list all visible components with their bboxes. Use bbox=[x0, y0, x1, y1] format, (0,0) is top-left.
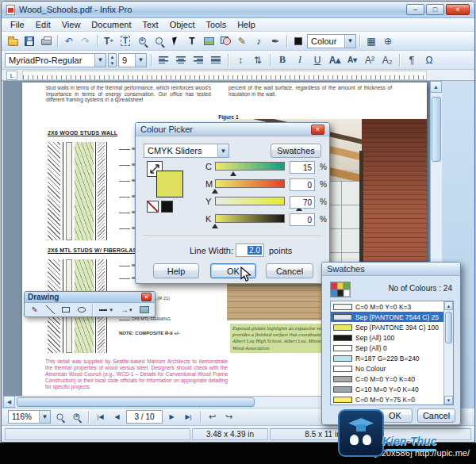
select-tool-icon[interactable] bbox=[167, 33, 183, 49]
align-left-icon[interactable] bbox=[155, 52, 171, 68]
drawing-toolbar-titlebar[interactable]: Drawing × bbox=[25, 292, 155, 303]
previous-page-button[interactable]: ◀ bbox=[109, 410, 125, 424]
magenta-value-field[interactable]: 0 bbox=[290, 178, 315, 191]
swatch-row[interactable]: No Colour bbox=[331, 363, 443, 374]
slider-marker-icon[interactable] bbox=[230, 171, 236, 176]
black-slider[interactable] bbox=[215, 214, 285, 223]
superscript-icon[interactable]: A² bbox=[362, 52, 378, 68]
black-value-field[interactable]: 0 bbox=[290, 213, 315, 226]
close-icon[interactable]: × bbox=[311, 125, 324, 135]
align-center-icon[interactable] bbox=[173, 52, 189, 68]
scroll-up-icon[interactable]: ▲ bbox=[444, 301, 453, 310]
stamp-image-icon[interactable] bbox=[137, 304, 152, 316]
yellow-value-field[interactable]: 70 bbox=[290, 196, 315, 209]
menu-help[interactable]: Help bbox=[232, 19, 261, 30]
next-view-button[interactable]: ↪ bbox=[221, 410, 236, 424]
black-colour-icon[interactable] bbox=[161, 201, 173, 213]
cancel-button[interactable]: Cancel bbox=[266, 263, 313, 278]
rectangle-tool-icon[interactable] bbox=[59, 304, 73, 316]
zoom-out-button[interactable] bbox=[52, 410, 67, 424]
note-tool-icon[interactable]: ♪ bbox=[251, 33, 267, 49]
swatch-row[interactable]: C=0 M=0 Y=0 K=40 bbox=[331, 374, 443, 384]
swatches-titlebar[interactable]: Swatches bbox=[322, 263, 460, 276]
arrow-style-dropdown[interactable]: →▼ bbox=[117, 304, 136, 316]
swatch-scroll-thumb[interactable] bbox=[445, 312, 452, 343]
swatches-button[interactable]: Swatches bbox=[271, 144, 321, 158]
zoom-tool-icon[interactable] bbox=[151, 33, 167, 49]
last-page-button[interactable]: ▶| bbox=[181, 410, 196, 424]
character-palette-icon[interactable]: Ω bbox=[421, 52, 437, 68]
italic-button[interactable]: I bbox=[292, 52, 308, 68]
first-page-button[interactable]: |◀ bbox=[93, 410, 108, 424]
font-size-combo[interactable]: 9 ▼ bbox=[118, 53, 147, 67]
line-spacing-icon[interactable]: ↕ bbox=[232, 52, 248, 68]
zoom-combo[interactable]: 116% ▼ bbox=[8, 410, 51, 424]
zoom-in-button[interactable] bbox=[69, 410, 84, 424]
scroll-up-icon[interactable]: ▲ bbox=[430, 81, 442, 93]
slider-marker-icon[interactable] bbox=[212, 224, 218, 228]
swatch-row[interactable]: R=187 G=229 B=240 bbox=[331, 353, 443, 363]
shapes-tool-icon[interactable] bbox=[217, 33, 233, 49]
horizontal-scroll-thumb[interactable] bbox=[17, 397, 255, 407]
colour-mode-dropdown[interactable]: CMYK Sliders ▼ bbox=[144, 144, 229, 158]
scroll-down-icon[interactable]: ▼ bbox=[444, 396, 453, 405]
swatch-row[interactable]: C=10 M=0 Y=0 K=40 bbox=[331, 384, 443, 394]
cyan-slider[interactable] bbox=[215, 162, 285, 171]
menu-object[interactable]: Object bbox=[164, 19, 201, 30]
cyan-value-field[interactable]: 15 bbox=[290, 161, 315, 174]
swatches-cancel-button[interactable]: Cancel bbox=[417, 408, 455, 423]
swatches-ok-button[interactable]: OK bbox=[378, 408, 413, 423]
minimize-button[interactable]: – bbox=[406, 4, 424, 15]
grid-icon[interactable]: ▦ bbox=[363, 33, 379, 49]
scroll-left-icon[interactable]: ◀ bbox=[3, 396, 15, 408]
eyedropper-icon[interactable]: ✒ bbox=[267, 33, 283, 49]
magenta-slider[interactable] bbox=[215, 179, 285, 188]
redo-icon[interactable]: ↷ bbox=[78, 33, 94, 49]
underline-button[interactable]: U bbox=[309, 52, 325, 68]
next-page-button[interactable]: ▶ bbox=[164, 410, 179, 424]
menu-tools[interactable]: Tools bbox=[200, 19, 232, 30]
title-bar[interactable]: Wood_Schools.pdf - Infix Pro – □ × bbox=[2, 2, 474, 18]
menu-document[interactable]: Document bbox=[86, 19, 136, 30]
insert-text-icon[interactable]: T+ bbox=[101, 33, 117, 49]
bold-button[interactable]: B bbox=[274, 52, 290, 68]
shrink-font-icon[interactable]: A▾ bbox=[344, 52, 360, 68]
open-file-icon[interactable] bbox=[5, 33, 21, 49]
close-button[interactable]: × bbox=[446, 4, 470, 15]
image-tool-icon[interactable] bbox=[201, 33, 217, 49]
paragraph-marks-icon[interactable]: ¶ bbox=[404, 52, 420, 68]
swatch-row[interactable]: Sep (All) 100 bbox=[331, 332, 443, 343]
align-right-icon[interactable] bbox=[190, 52, 206, 68]
subscript-icon[interactable]: A₂ bbox=[379, 52, 395, 68]
pencil-tool-icon[interactable]: ✎ bbox=[28, 304, 42, 316]
previous-view-button[interactable]: ↩ bbox=[205, 410, 220, 424]
vertical-scroll-thumb[interactable] bbox=[432, 97, 441, 162]
add-object-icon[interactable]: ⊕ bbox=[380, 33, 396, 49]
swatch-row-selected[interactable]: Sep (PANTONE 7544 C) 25 bbox=[331, 312, 443, 322]
line-tool-icon[interactable] bbox=[44, 304, 58, 316]
tab-selector[interactable]: L bbox=[6, 71, 17, 80]
pen-tool-icon[interactable]: ✎ bbox=[234, 33, 250, 49]
grow-font-icon[interactable]: A▴ bbox=[327, 52, 343, 68]
undo-icon[interactable]: ↶ bbox=[61, 33, 77, 49]
current-colour-square[interactable] bbox=[156, 171, 183, 197]
zoom-in-icon[interactable] bbox=[134, 33, 150, 49]
colour-picker-titlebar[interactable]: Colour Picker × bbox=[136, 123, 329, 136]
ellipse-tool-icon[interactable] bbox=[75, 304, 89, 316]
line-width-field[interactable]: 2.0 bbox=[236, 244, 264, 257]
menu-view[interactable]: View bbox=[56, 19, 86, 30]
menu-text[interactable]: Text bbox=[137, 19, 164, 30]
text-tool-icon[interactable]: T bbox=[184, 33, 200, 49]
font-family-combo[interactable]: MyriadPro-Regular ▼ bbox=[5, 53, 106, 67]
paragraph-spacing-icon[interactable]: ⇅ bbox=[250, 52, 266, 68]
swatch-row[interactable]: Sep (PANTONE 394 C) 100 bbox=[331, 322, 443, 332]
menu-file[interactable]: File bbox=[5, 19, 30, 30]
swatch-grid-icon[interactable] bbox=[330, 282, 351, 297]
swatch-row[interactable]: C=0 M=0 Y=0 K=3 bbox=[331, 301, 443, 312]
colour-dropdown[interactable]: Colour ▼ bbox=[307, 34, 356, 48]
close-icon[interactable]: × bbox=[141, 293, 152, 301]
page-indicator[interactable]: 3 / 10 bbox=[126, 410, 163, 424]
swatch-row[interactable]: C=0 M=0 Y=75 K=0 bbox=[331, 394, 443, 405]
line-style-dropdown[interactable]: ▼ bbox=[97, 304, 115, 316]
yellow-slider[interactable] bbox=[215, 197, 285, 205]
